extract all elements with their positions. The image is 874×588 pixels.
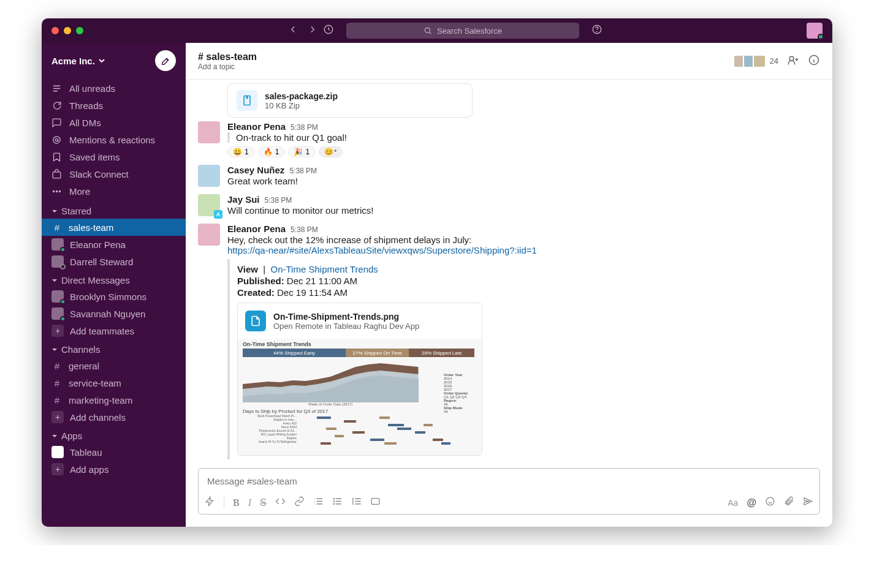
mention-icon[interactable]: @ (747, 497, 756, 508)
code-block-icon[interactable] (370, 496, 381, 509)
nav-slack-connect[interactable]: Slack Connect (42, 165, 186, 183)
history-icon[interactable] (323, 24, 334, 37)
message-list: sales-package.zip10 KB Zip Eleanor Pena5… (186, 80, 832, 468)
timestamp: 5:38 PM (291, 225, 318, 234)
svg-point-8 (59, 190, 60, 192)
close-window[interactable] (51, 27, 59, 34)
search-input[interactable]: Search Salesforce (346, 23, 579, 39)
message-text: On-track to hit our Q1 goal! (227, 132, 820, 143)
author-name[interactable]: Casey Nuñez (227, 165, 284, 175)
reaction[interactable]: 😀1 (227, 146, 254, 157)
section-starred[interactable]: Starred (42, 201, 186, 219)
message: Casey Nuñez5:38 PM Great work team! (198, 161, 820, 190)
avatar[interactable]: A (198, 194, 220, 216)
svg-point-13 (333, 501, 334, 502)
strike-icon[interactable]: S (260, 497, 267, 508)
maximize-window[interactable] (76, 27, 83, 34)
message-input[interactable] (199, 469, 819, 494)
svg-point-14 (333, 503, 334, 504)
zip-icon (237, 90, 257, 111)
help-icon[interactable] (591, 24, 602, 37)
compose-button[interactable] (155, 50, 176, 71)
nav-threads[interactable]: Threads (42, 97, 186, 114)
italic-icon[interactable]: I (248, 497, 251, 508)
reaction[interactable]: 🎉1 (288, 146, 315, 157)
bullet-list-icon[interactable] (332, 496, 343, 509)
section-channels[interactable]: Channels (42, 339, 186, 357)
link-icon[interactable] (294, 496, 305, 509)
message-text: Great work team! (227, 176, 820, 186)
svg-point-3 (597, 31, 598, 32)
timestamp: 5:38 PM (289, 167, 317, 175)
file-icon (245, 311, 266, 331)
message: A Jay Sui5:38 PM Will continue to monito… (198, 190, 820, 220)
channel-name[interactable]: # sales-team (198, 51, 257, 62)
blockquote-icon[interactable] (351, 496, 362, 509)
titlebar: Search Salesforce (42, 18, 832, 43)
nav-back[interactable] (287, 24, 298, 37)
svg-rect-5 (53, 172, 61, 178)
author-name[interactable]: Jay Sui (227, 194, 260, 205)
emoji-icon[interactable] (765, 496, 775, 509)
sidebar-channel-sales-team[interactable]: #sales-team (42, 219, 186, 236)
avatar[interactable] (198, 121, 220, 143)
send-button[interactable] (803, 496, 813, 509)
author-name[interactable]: Eleanor Pena (227, 224, 286, 234)
link-unfurl: View | On-Time Shipment Trends Published… (227, 259, 820, 459)
view-link[interactable]: On-Time Shipment Trends (271, 264, 378, 274)
nav-saved[interactable]: Saved items (42, 148, 186, 165)
svg-point-12 (333, 499, 334, 499)
nav-mentions[interactable]: Mentions & reactions (42, 131, 186, 148)
svg-point-7 (56, 190, 57, 192)
section-dms[interactable]: Direct Messages (42, 270, 186, 288)
add-apps[interactable]: +Add apps (42, 461, 186, 478)
file-attachment[interactable]: sales-package.zip10 KB Zip (227, 83, 473, 118)
format-icon[interactable]: Aa (728, 498, 738, 508)
message-link[interactable]: https://qa-near/#site/AlexsTableauSite/v… (227, 245, 537, 255)
add-reaction[interactable]: 😊⁺ (319, 146, 343, 157)
channel-header: # sales-team Add a topic 24 (186, 43, 832, 80)
timestamp: 5:38 PM (291, 123, 318, 132)
sidebar-channel-general[interactable]: #general (42, 357, 186, 374)
bold-icon[interactable]: B (233, 497, 240, 508)
nav-all-dms[interactable]: All DMs (42, 114, 186, 131)
add-channels[interactable]: +Add channels (42, 409, 186, 426)
sidebar-app-tableau[interactable]: Tableau (42, 443, 186, 461)
section-apps[interactable]: Apps (42, 426, 186, 443)
reaction[interactable]: 🔥1 (258, 146, 285, 157)
minimize-window[interactable] (64, 27, 71, 34)
shortcuts-icon[interactable] (205, 496, 215, 509)
nav-more[interactable]: More (42, 183, 186, 200)
nav-all-unreads[interactable]: All unreads (42, 80, 186, 97)
message-text: Will continue to monitor our metrics! (227, 205, 820, 216)
message: Eleanor Pena5:38 PM On-track to hit our … (198, 118, 820, 161)
sidebar-dm-eleanor[interactable]: Eleanor Pena (42, 236, 186, 253)
sidebar-dm-savannah[interactable]: Savannah Nguyen (42, 305, 186, 322)
add-people-icon[interactable] (787, 54, 799, 69)
chart-preview: On-Time Shipment Trends 44% Shipped Earl… (238, 339, 482, 455)
workspace-switcher[interactable]: Acme Inc. (51, 56, 105, 66)
sidebar-channel-marketing[interactable]: #marketing-team (42, 391, 186, 409)
svg-rect-15 (371, 499, 379, 505)
nav-forward[interactable] (307, 24, 318, 37)
sidebar-channel-service[interactable]: #service-team (42, 374, 186, 391)
message-composer: B I S Aa @ (198, 468, 820, 514)
add-teammates[interactable]: +Add teammates (42, 322, 186, 339)
channel-details-icon[interactable] (808, 54, 820, 69)
code-icon[interactable] (275, 496, 286, 509)
sidebar-dm-darrell[interactable]: Darrell Steward (42, 253, 186, 270)
message-text: Hey, check out the 12% increase of shipm… (227, 235, 820, 255)
search-placeholder: Search Salesforce (437, 26, 502, 36)
attach-icon[interactable] (784, 496, 794, 509)
channel-topic[interactable]: Add a topic (198, 62, 257, 71)
member-count[interactable]: 24 (737, 55, 778, 68)
avatar[interactable] (198, 224, 220, 246)
svg-point-16 (766, 497, 774, 505)
ordered-list-icon[interactable] (313, 496, 324, 509)
tableau-preview[interactable]: On-Time-Shipment-Trends.pngOpen Remote i… (237, 303, 482, 456)
user-avatar[interactable] (807, 23, 823, 39)
avatar[interactable] (198, 165, 220, 187)
svg-point-1 (425, 28, 430, 32)
author-name[interactable]: Eleanor Pena (227, 121, 286, 132)
sidebar-dm-brooklyn[interactable]: Brooklyn Simmons (42, 288, 186, 305)
